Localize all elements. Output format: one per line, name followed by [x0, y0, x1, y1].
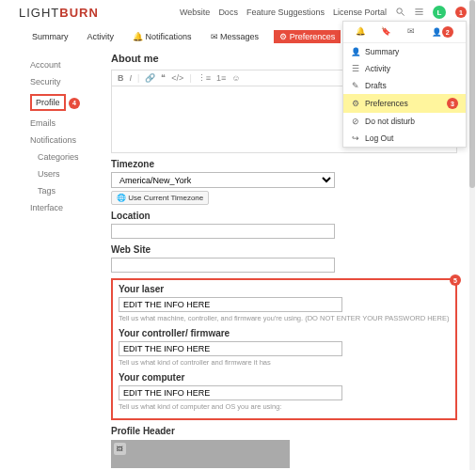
- tab-preferences[interactable]: ⚙ Preferences: [274, 30, 341, 43]
- logo[interactable]: LIGHTBURN: [19, 6, 99, 20]
- sidebar-item-interface[interactable]: Interface: [28, 199, 102, 216]
- profile-header-label: Profile Header: [111, 426, 457, 436]
- nav-website[interactable]: Website: [180, 8, 210, 17]
- your-laser-hint: Tell us what machine, controller, and fi…: [119, 314, 450, 322]
- sidebar-item-emails[interactable]: Emails: [28, 115, 102, 132]
- user-dropdown: 🔔 🔖 ✉ 👤2 👤Summary ☰Activity ✎Drafts ⚙Pre…: [342, 21, 467, 148]
- custom-fields-box: 5 Your laser Tell us what machine, contr…: [111, 278, 457, 420]
- tab-notifications[interactable]: 🔔 Notifications: [129, 30, 196, 43]
- annotation-marker-3: 3: [447, 98, 458, 109]
- gear-icon: ⚙: [351, 99, 360, 108]
- user-icon[interactable]: 👤: [432, 27, 441, 37]
- logout-icon: ↪: [351, 133, 360, 143]
- use-current-timezone-button[interactable]: 🌐 Use Current Timezone: [111, 191, 209, 205]
- sidebar-item-security[interactable]: Security: [28, 73, 102, 90]
- dropdown-tab-row: 🔔 🔖 ✉ 👤2: [343, 22, 466, 43]
- emoji-icon[interactable]: ☺: [231, 73, 240, 83]
- sidebar-item-profile[interactable]: Profile 4: [28, 90, 102, 115]
- number-list-icon[interactable]: 1≡: [216, 73, 226, 83]
- your-controller-hint: Tell us what kind of controller and firm…: [119, 358, 450, 367]
- svg-line-1: [402, 12, 405, 15]
- annotation-marker-4: 4: [69, 98, 80, 109]
- link-icon[interactable]: 🔗: [145, 73, 155, 83]
- bold-icon[interactable]: B: [118, 73, 124, 83]
- person-icon: 👤: [351, 47, 360, 56]
- pencil-icon: ✎: [351, 81, 360, 90]
- timezone-select[interactable]: America/New_York: [111, 172, 335, 188]
- your-computer-label: Your computer: [119, 372, 450, 383]
- your-computer-input[interactable]: [119, 385, 342, 400]
- your-controller-input[interactable]: [119, 341, 342, 356]
- bell-icon[interactable]: 🔔: [356, 26, 365, 38]
- sidebar-item-account[interactable]: Account: [28, 56, 102, 73]
- nav-license-portal[interactable]: License Portal: [333, 8, 387, 17]
- your-controller-label: Your controller/ firmware: [119, 328, 450, 338]
- scrollbar-thumb[interactable]: [469, 0, 475, 188]
- annotation-marker-5: 5: [450, 274, 461, 286]
- dropdown-summary[interactable]: 👤Summary: [343, 43, 466, 60]
- your-laser-label: Your laser: [119, 284, 450, 294]
- dropdown-preferences[interactable]: ⚙Preferences3: [343, 94, 466, 113]
- tab-summary[interactable]: Summary: [28, 30, 72, 43]
- website-input[interactable]: [111, 258, 335, 273]
- your-laser-input[interactable]: [119, 297, 342, 312]
- nav-feature-suggestions[interactable]: Feature Suggestions: [246, 8, 325, 17]
- top-nav: Website Docs Feature Suggestions License…: [180, 6, 467, 19]
- annotation-marker-1: 1: [455, 7, 467, 18]
- mail-icon[interactable]: ✉: [406, 26, 416, 38]
- image-icon[interactable]: 🖼: [114, 443, 126, 455]
- dropdown-activity[interactable]: ☰Activity: [343, 60, 466, 77]
- bookmark-icon[interactable]: 🔖: [381, 26, 390, 38]
- tab-activity[interactable]: Activity: [84, 30, 119, 43]
- location-label: Location: [111, 211, 457, 221]
- annotation-marker-2: 2: [442, 26, 453, 38]
- location-input[interactable]: [111, 224, 335, 239]
- list-icon: ☰: [351, 64, 360, 73]
- dnd-icon: ⊘: [351, 117, 360, 126]
- sidebar-item-categories[interactable]: Categories: [28, 149, 102, 165]
- search-icon[interactable]: [395, 7, 405, 19]
- tab-messages[interactable]: ✉ Messages: [207, 30, 263, 43]
- bullet-list-icon[interactable]: ⋮≡: [198, 73, 211, 83]
- dropdown-dnd[interactable]: ⊘Do not disturb: [343, 113, 466, 130]
- settings-sidebar: Account Security Profile 4 Emails Notifi…: [28, 47, 102, 468]
- code-icon[interactable]: </>: [171, 73, 183, 83]
- sidebar-item-tags[interactable]: Tags: [28, 182, 102, 199]
- profile-header-upload[interactable]: 🖼: [111, 440, 290, 468]
- dropdown-logout[interactable]: ↪Log Out: [343, 130, 466, 147]
- sidebar-item-users[interactable]: Users: [28, 165, 102, 182]
- sidebar-item-notifications[interactable]: Notifications: [28, 132, 102, 149]
- italic-icon[interactable]: I: [130, 73, 133, 83]
- timezone-label: Timezone: [111, 159, 457, 169]
- quote-icon[interactable]: ❝: [161, 73, 166, 83]
- menu-icon[interactable]: [414, 7, 424, 19]
- your-computer-hint: Tell us what kind of computer and OS you…: [119, 402, 450, 411]
- svg-point-0: [397, 8, 403, 13]
- website-label: Web Site: [111, 244, 457, 255]
- nav-docs[interactable]: Docs: [218, 8, 238, 17]
- avatar[interactable]: L: [433, 6, 446, 19]
- dropdown-drafts[interactable]: ✎Drafts: [343, 77, 466, 94]
